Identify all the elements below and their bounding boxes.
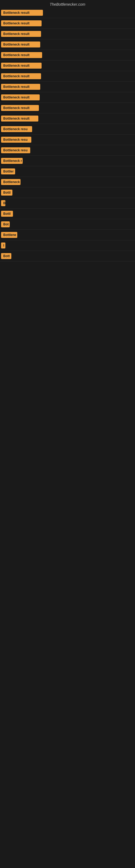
bottleneck-result-badge[interactable]: Bottleneck result: [1, 84, 40, 90]
list-item: Bottleneck result: [0, 29, 135, 39]
list-item: Bottl: [0, 187, 135, 198]
list-item: Bottleneck result: [0, 82, 135, 92]
list-item: Bot: [0, 219, 135, 230]
bottleneck-result-badge[interactable]: Bottleneck result: [1, 73, 41, 79]
bottleneck-result-badge[interactable]: Bott: [1, 253, 11, 259]
list-item: Bottl: [0, 209, 135, 219]
list-item: Bottler: [0, 166, 135, 177]
bottleneck-result-badge[interactable]: Bottleneck result: [1, 94, 40, 100]
list-item: Bottleneck result: [0, 61, 135, 71]
list-item: Bottleneck result: [0, 8, 135, 18]
list-item: I: [0, 240, 135, 251]
list-item: Bottleneck result: [0, 50, 135, 61]
bottleneck-result-badge[interactable]: Bottleneck: [1, 179, 20, 185]
bottleneck-result-badge[interactable]: Bottl: [1, 190, 12, 195]
bottleneck-result-badge[interactable]: Bottlene: [1, 232, 17, 238]
bottleneck-result-badge[interactable]: Bottleneck result: [1, 116, 38, 122]
list-item: Bottleneck result: [0, 18, 135, 29]
bottleneck-result-badge[interactable]: Bottleneck result: [1, 41, 40, 48]
bottleneck-result-badge[interactable]: Bottleneck resu: [1, 126, 32, 132]
bottleneck-result-badge[interactable]: Bottleneck result: [1, 105, 39, 111]
bottleneck-result-badge[interactable]: Bottleneck resu: [1, 147, 30, 153]
bottleneck-result-badge[interactable]: Bottl: [1, 211, 13, 217]
bottleneck-result-badge[interactable]: Bottler: [1, 168, 15, 175]
bottleneck-result-badge[interactable]: Bottleneck result: [1, 63, 42, 69]
rows-container: Bottleneck resultBottleneck resultBottle…: [0, 8, 135, 261]
list-item: Bott: [0, 251, 135, 261]
list-item: Bottleneck resu: [0, 134, 135, 145]
list-item: Bottlene: [0, 230, 135, 240]
list-item: Bottleneck r: [0, 156, 135, 166]
list-item: Bottleneck resu: [0, 124, 135, 134]
list-item: Bottleneck result: [0, 71, 135, 82]
site-title: TheBottlenecker.com: [0, 0, 135, 8]
list-item: Bottleneck result: [0, 92, 135, 103]
bottleneck-result-badge[interactable]: Bottleneck result: [1, 20, 42, 26]
bottleneck-result-badge[interactable]: B: [1, 200, 5, 206]
list-item: Bottleneck: [0, 177, 135, 187]
bottleneck-result-badge[interactable]: Bottleneck result: [1, 52, 42, 58]
bottleneck-result-badge[interactable]: Bottleneck resu: [1, 137, 31, 143]
bottleneck-result-badge[interactable]: Bot: [1, 221, 10, 227]
bottleneck-result-badge[interactable]: I: [1, 243, 5, 248]
site-title-bar: TheBottlenecker.com: [0, 0, 135, 8]
list-item: B: [0, 198, 135, 209]
list-item: Bottleneck result: [0, 103, 135, 113]
bottleneck-result-badge[interactable]: Bottleneck result: [1, 31, 41, 37]
list-item: Bottleneck resu: [0, 145, 135, 156]
bottleneck-result-badge[interactable]: Bottleneck result: [1, 10, 43, 16]
bottleneck-result-badge[interactable]: Bottleneck r: [1, 158, 23, 164]
list-item: Bottleneck result: [0, 113, 135, 124]
list-item: Bottleneck result: [0, 39, 135, 50]
